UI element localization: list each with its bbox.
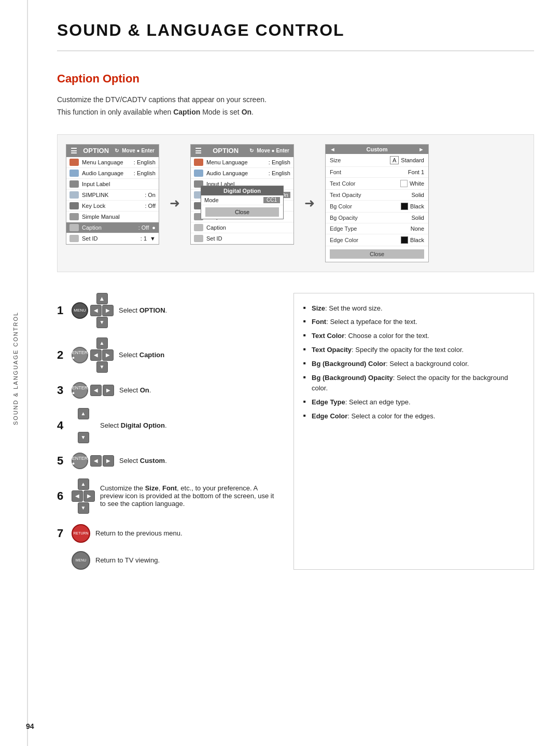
step-3-number: 3	[57, 385, 66, 396]
section-title: Caption Option	[57, 72, 534, 86]
step-7-number: 7	[57, 528, 66, 539]
dpad-up-2[interactable]: ▲	[96, 337, 108, 349]
p1-simplink: SIMPLINK : On	[66, 190, 159, 201]
dpad-right-2[interactable]: ▶	[102, 349, 114, 361]
edge-color-swatch	[401, 236, 408, 244]
p1-caption: Caption : Off ●	[66, 222, 159, 233]
step-4: 4 ▲ ▼ Select Digital Option.	[57, 408, 278, 443]
move-icon2: ↻	[249, 148, 254, 153]
custom-bg-color: Bg Color Black	[326, 201, 428, 213]
p1-input-label: Input Label	[66, 179, 159, 190]
dpad-right-6[interactable]: ▶	[83, 490, 95, 502]
panel2-nav-label: Move ● Enter	[257, 148, 289, 153]
p1-audio-language: Audio Language : English	[66, 168, 159, 179]
panel2-header: ☰ OPTION ↻ Move ● Enter	[191, 145, 293, 157]
custom-font: Font Font 1	[326, 167, 428, 178]
dpad-up-6[interactable]: ▲	[78, 478, 89, 490]
page-number: 94	[26, 722, 34, 730]
step-3: 3 ENTER● ◀ ▶ Select On.	[57, 382, 278, 399]
step-6-text: Customize the Size, Font, etc., to your …	[100, 484, 278, 508]
panel1-header: ☰ OPTION ↻ Move ● Enter	[66, 145, 159, 157]
move-icon: ↻	[115, 148, 119, 153]
p2-audio-language: Audio Language : English	[191, 168, 293, 179]
info-text-opacity: Text Opacity: Specify the opacity for th…	[303, 343, 524, 357]
steps-left: 1 MENU ▲ ◀ ▶ ▼ Select OPTION. 2	[57, 293, 278, 570]
step-4-buttons: ▲ ▼	[72, 408, 95, 443]
p1-simple-manual: Simple Manual	[66, 212, 159, 222]
step-1-number: 1	[57, 305, 66, 316]
mode-row: Mode CC1	[201, 195, 283, 205]
lr-left-5[interactable]: ◀	[90, 455, 102, 467]
diagram-area: ☰ OPTION ↻ Move ● Enter Menu Language : …	[57, 134, 534, 272]
panel1-title: OPTION	[83, 147, 109, 154]
dpad-left-2[interactable]: ◀	[90, 349, 102, 361]
menu-panel-1: ☰ OPTION ↻ Move ● Enter Menu Language : …	[66, 144, 159, 245]
dpad-1: ▲ ◀ ▶ ▼	[90, 293, 114, 328]
dpad-down-1[interactable]: ▼	[96, 317, 108, 328]
lr-right-5[interactable]: ▶	[103, 455, 114, 467]
custom-panel-header: ◄ Custom ►	[326, 145, 428, 154]
lr-left-3[interactable]: ◀	[90, 385, 102, 396]
custom-edge-color: Edge Color Black	[326, 234, 428, 246]
menu-button-7[interactable]: MENU	[72, 551, 90, 570]
dpad-right-1[interactable]: ▶	[102, 305, 114, 316]
step-4-text: Select Digital Option.	[100, 421, 167, 429]
step-2-number: 2	[57, 349, 66, 361]
custom-next-icon[interactable]: ►	[418, 146, 424, 152]
panel2-nav: ↻ Move ● Enter	[249, 148, 289, 153]
digital-option-close[interactable]: Close	[205, 207, 279, 217]
step-1: 1 MENU ▲ ◀ ▶ ▼ Select OPTION.	[57, 293, 278, 328]
step-3-buttons: ENTER● ◀ ▶	[72, 382, 114, 399]
info-edge-type: Edge Type: Select an edge type.	[303, 396, 524, 410]
custom-close-button[interactable]: Close	[330, 249, 424, 259]
p2-menu-language: Menu Language : English	[191, 157, 293, 168]
dpad-down-4[interactable]: ▼	[78, 432, 89, 443]
text-color-swatch	[400, 180, 408, 187]
return-button[interactable]: RETURN	[72, 524, 90, 543]
menu-button-1[interactable]: MENU	[72, 302, 88, 319]
custom-bg-opacity: Bg Opacity Solid	[326, 213, 428, 223]
dpad-up-4[interactable]: ▲	[78, 408, 89, 419]
page-title: SOUND & LANGUAGE CONTROL	[57, 21, 534, 51]
step-5-text: Select Custom.	[119, 457, 167, 465]
custom-title: Custom	[367, 146, 388, 152]
panel2-icon: ☰	[195, 147, 202, 155]
dpad-2: ▲ ◀ ▶ ▼	[90, 337, 114, 373]
step-6-number: 6	[57, 490, 66, 502]
dpad-down-2[interactable]: ▼	[96, 361, 108, 373]
panel1-nav: ↻ Move ● Enter	[115, 148, 155, 153]
step-5-number: 5	[57, 455, 66, 467]
p1-setid: Set ID : 1 ▼	[66, 233, 159, 244]
step-4-number: 4	[57, 420, 66, 431]
custom-panel: ◄ Custom ► Size A Standard Font Font 1 T…	[325, 144, 429, 262]
size-icon: A	[390, 156, 399, 164]
step-7-return: 7 RETURN Return to the previous menu.	[57, 524, 278, 543]
p2-setid: Set ID	[191, 233, 293, 244]
step-6: 6 ▲ ◀ ▶ ▼ Customize the Size, Font, etc.…	[57, 478, 278, 514]
info-bg-opacity: Bg (Background) Opacity: Select the opac…	[303, 371, 524, 396]
step-2-text: Select Caption	[119, 351, 164, 359]
enter-button-3[interactable]: ENTER●	[72, 382, 88, 399]
dpad-up-1[interactable]: ▲	[96, 293, 108, 304]
dpad-left-1[interactable]: ◀	[90, 305, 102, 316]
step-7-return-text: Return to the previous menu.	[95, 529, 183, 537]
custom-edge-type: Edge Type None	[326, 223, 428, 234]
lr-right-3[interactable]: ▶	[103, 385, 114, 396]
dpad-left-6[interactable]: ◀	[72, 490, 83, 502]
info-size: Size: Set the word size.	[303, 302, 524, 316]
dpad-4: ▲ ▼	[72, 408, 95, 443]
step-1-buttons: MENU ▲ ◀ ▶ ▼	[72, 293, 114, 328]
enter-button-5[interactable]: ENTER●	[72, 453, 88, 469]
custom-prev-icon[interactable]: ◄	[330, 146, 335, 152]
p2-caption: Caption	[191, 222, 293, 233]
step-7-menu-text: Return to TV viewing.	[95, 556, 160, 564]
step-1-text: Select OPTION.	[119, 306, 167, 314]
info-font: Font: Select a typeface for the text.	[303, 315, 524, 329]
custom-text-opacity: Text Opacity Solid	[326, 190, 428, 201]
steps-container: 1 MENU ▲ ◀ ▶ ▼ Select OPTION. 2	[57, 293, 534, 570]
dpad-down-6[interactable]: ▼	[78, 502, 89, 514]
arrow-1: ➜	[170, 196, 180, 210]
enter-button-2[interactable]: ENTER●	[72, 347, 88, 363]
panel2-wrapper: ☰ OPTION ↻ Move ● Enter Menu Language : …	[190, 144, 294, 245]
step-6-buttons: ▲ ◀ ▶ ▼	[72, 478, 95, 514]
